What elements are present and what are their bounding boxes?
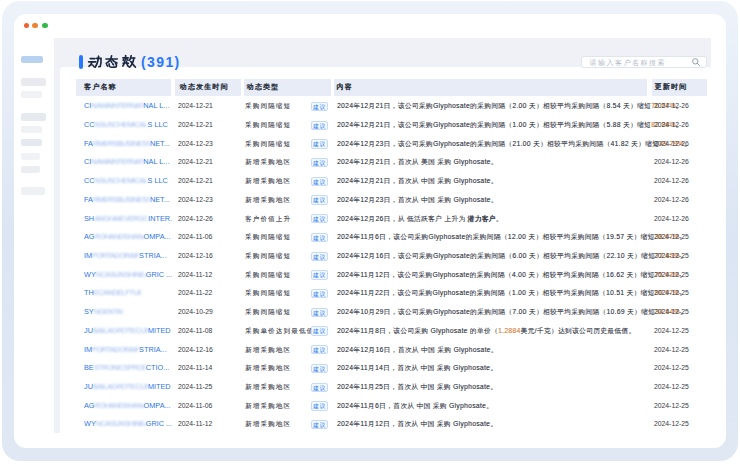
svg-text:(391): (391): [141, 54, 181, 70]
